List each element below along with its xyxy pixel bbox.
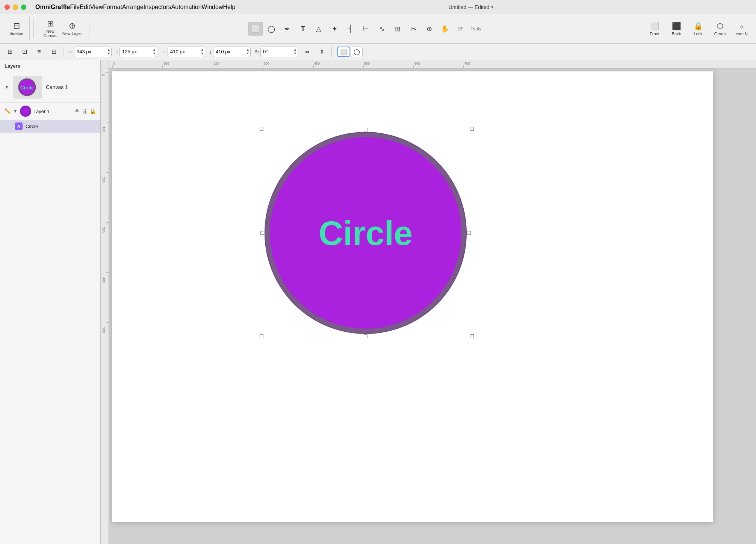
width-input[interactable] xyxy=(168,49,196,54)
y-up-arrow[interactable]: ▲ xyxy=(153,48,156,51)
layer-item[interactable]: ✏️ ▼ Ci Layer 1 👁 🖨 🔒 xyxy=(0,103,100,120)
new-canvas-button[interactable]: ⊞ New Canvas xyxy=(40,17,61,41)
width-up-arrow[interactable]: ▲ xyxy=(201,48,204,51)
canvas-document[interactable]: Circle xyxy=(112,71,713,522)
circle-shape-container[interactable]: Circle xyxy=(262,130,469,336)
layer-thumbnail: Ci xyxy=(20,106,31,117)
svg-text:Circle: Circle xyxy=(319,215,413,252)
inspectors-menu[interactable]: Inspectors xyxy=(144,4,171,11)
layers-view-button[interactable]: ⊞ xyxy=(3,46,17,58)
new-layer-button[interactable]: ⊕ New Layer xyxy=(62,17,83,41)
y-position-input-wrap[interactable]: ▲ ▼ xyxy=(119,47,157,57)
angle-input[interactable] xyxy=(261,49,289,54)
sidebar-label: Sidebar xyxy=(9,31,24,36)
pen-tool[interactable]: ✒ xyxy=(280,22,295,36)
split-tool[interactable]: ⊢ xyxy=(358,22,373,36)
width-down-arrow[interactable]: ▼ xyxy=(201,52,204,55)
flip-h-button[interactable]: ⇔ xyxy=(301,46,314,58)
canvas-view-button[interactable]: ⊡ xyxy=(18,46,31,58)
angle-arrows[interactable]: ▲ ▼ xyxy=(293,47,297,57)
front-button[interactable]: ⬜ Front xyxy=(644,17,665,41)
layer-lock-icon[interactable]: 🔒 xyxy=(89,108,96,114)
group-button[interactable]: ⬡ Group xyxy=(709,17,730,41)
angle-down-arrow[interactable]: ▼ xyxy=(293,52,297,55)
height-arrows[interactable]: ▲ ▼ xyxy=(246,47,249,57)
layer-visibility-icon[interactable]: 👁 xyxy=(74,108,80,114)
rect-shape-button[interactable]: ⬜ xyxy=(337,47,349,57)
selection-handle-bottom[interactable] xyxy=(364,334,367,338)
diagram-tool[interactable]: ⊞ xyxy=(390,22,405,36)
svg-text:500: 500 xyxy=(102,327,106,333)
com-icon: ⬦ xyxy=(739,22,744,30)
scroll-tool[interactable]: ☞ xyxy=(453,22,468,36)
angle-up-arrow[interactable]: ▲ xyxy=(293,48,297,51)
layer-expand-icon[interactable]: ▼ xyxy=(13,109,18,114)
angle-input-wrap[interactable]: ▲ ▼ xyxy=(260,47,298,57)
x-position-arrows[interactable]: ▲ ▼ xyxy=(107,47,110,57)
canvas-expand-icon[interactable]: ▼ xyxy=(5,85,9,90)
circle-object-item[interactable]: A Circle xyxy=(0,120,100,133)
selection-corner-tl[interactable] xyxy=(260,127,263,131)
x-position-input-wrap[interactable]: ▲ ▼ xyxy=(74,47,112,57)
toolbar-separator-3 xyxy=(640,20,640,38)
height-input[interactable] xyxy=(213,49,242,54)
selection-handle-left[interactable] xyxy=(260,231,264,235)
flip-v-button[interactable]: ⇕ xyxy=(315,46,329,58)
minimize-button[interactable] xyxy=(13,5,18,10)
canvas-item[interactable]: ▼ Circle Canvas 1 xyxy=(0,72,100,103)
y-position-input[interactable] xyxy=(120,49,148,54)
zoom-tool[interactable]: ⊕ xyxy=(422,22,437,36)
height-up-arrow[interactable]: ▲ xyxy=(246,48,249,51)
star-tool[interactable]: ✦ xyxy=(327,22,342,36)
text-tool[interactable]: T xyxy=(295,22,310,36)
close-button[interactable] xyxy=(5,5,10,10)
edit-menu[interactable]: Edit xyxy=(80,4,90,11)
shape-tool[interactable]: ◯ xyxy=(264,22,279,36)
layer-print-icon[interactable]: 🖨 xyxy=(82,108,87,114)
x-down-arrow[interactable]: ▼ xyxy=(107,52,110,55)
back-button[interactable]: ⬛ Back xyxy=(666,17,687,41)
y-down-arrow[interactable]: ▼ xyxy=(153,52,156,55)
height-input-wrap[interactable]: ▲ ▼ xyxy=(213,47,251,57)
bezier-tool[interactable]: ∿ xyxy=(374,22,389,36)
svg-text:200: 200 xyxy=(102,177,106,183)
automation-menu[interactable]: Automation xyxy=(171,4,202,11)
view-menu[interactable]: View xyxy=(90,4,103,11)
tools-group: ⬜ ◯ ✒ T △ ✦ ┤ ⊢ ∿ ⊞ ✂ ⊕ ✋ ☞ Tools xyxy=(93,22,636,36)
com-button[interactable]: ⬦ com.N xyxy=(731,17,752,41)
scissors-tool[interactable]: ✂ xyxy=(406,22,421,36)
fullscreen-button[interactable] xyxy=(21,5,26,10)
selection-corner-bl[interactable] xyxy=(260,334,263,338)
window-menu[interactable]: Window xyxy=(202,4,223,11)
file-menu[interactable]: File xyxy=(70,4,80,11)
arrange-menu[interactable]: Arrange xyxy=(122,4,144,11)
selection-corner-br[interactable] xyxy=(470,334,474,338)
thumbnail-view-button[interactable]: ⊟ xyxy=(47,46,60,58)
y-position-arrows[interactable]: ▲ ▼ xyxy=(153,47,156,57)
traffic-lights[interactable] xyxy=(5,5,26,10)
title-dropdown-icon[interactable]: ▾ xyxy=(491,5,493,10)
triangle-tool[interactable]: △ xyxy=(311,22,326,36)
circle-shape[interactable]: Circle xyxy=(262,130,469,336)
height-down-arrow[interactable]: ▼ xyxy=(246,52,249,55)
selection-handle-right[interactable] xyxy=(467,231,471,235)
front-icon: ⬜ xyxy=(650,21,659,30)
hand-tool[interactable]: ✋ xyxy=(437,22,452,36)
select-tool[interactable]: ⬜ xyxy=(248,22,263,36)
outline-view-button[interactable]: ≡ xyxy=(32,46,46,58)
width-arrows[interactable]: ▲ ▼ xyxy=(201,47,204,57)
selection-corner-tr[interactable] xyxy=(470,127,474,131)
connection-tool[interactable]: ┤ xyxy=(343,22,358,36)
help-menu[interactable]: Help xyxy=(223,4,235,11)
format-menu[interactable]: Format xyxy=(103,4,122,11)
selection-handle-top[interactable] xyxy=(364,128,367,131)
app-name-menu[interactable]: OmniGraffle xyxy=(35,4,70,11)
layer-edit-icon[interactable]: ✏️ xyxy=(5,108,11,114)
sidebar-button[interactable]: ⊟ Sidebar xyxy=(6,17,27,41)
lock-button[interactable]: 🔒 Lock xyxy=(688,17,709,41)
x-up-arrow[interactable]: ▲ xyxy=(107,48,110,51)
x-position-input[interactable] xyxy=(74,49,103,54)
circle-shape-button[interactable]: ◯ xyxy=(351,47,363,57)
width-input-wrap[interactable]: ▲ ▼ xyxy=(168,47,205,57)
canvas-name: Canvas 1 xyxy=(46,84,68,90)
